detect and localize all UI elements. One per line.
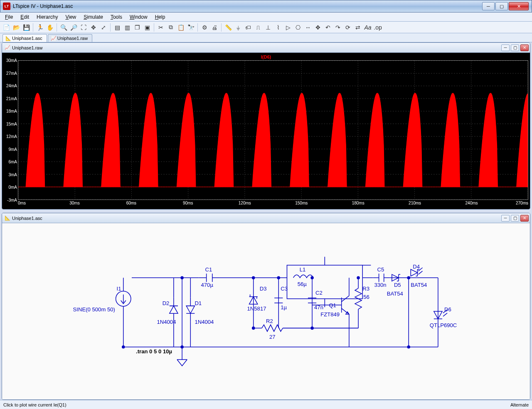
menu-simulate[interactable]: Simulate <box>80 13 106 21</box>
redo-icon[interactable]: ↷ <box>333 23 342 32</box>
cut-icon[interactable]: ✂ <box>156 23 165 32</box>
menu-help[interactable]: Help <box>152 13 169 21</box>
menu-tools[interactable]: Tools <box>107 13 126 21</box>
new-schematic-icon[interactable]: 📄 <box>2 23 11 32</box>
label-net-icon[interactable]: 🏷 <box>244 23 253 32</box>
print-setup-icon[interactable]: ⚙ <box>200 23 209 32</box>
close-subwin-icon[interactable]: ▣ <box>143 23 152 32</box>
ground-icon[interactable]: ⏚ <box>234 23 243 32</box>
undo-icon[interactable]: ↶ <box>323 23 332 32</box>
run-icon[interactable]: 🏃 <box>35 23 44 32</box>
zoom-extents-icon[interactable]: ⛶ <box>79 23 88 32</box>
wire-icon[interactable]: 📏 <box>224 23 233 32</box>
maximize-button[interactable]: ▢ <box>495 2 508 10</box>
tab-label: Uniphase1.raw <box>57 36 88 41</box>
resistor-icon[interactable]: ⎍ <box>254 23 263 32</box>
tab-strip: 📐 Uniphase1.asc 📈 Uniphase1.raw <box>0 33 532 42</box>
window-title: LTspice IV - Uniphase1.asc <box>13 3 482 9</box>
paste-icon[interactable]: 📋 <box>176 23 185 32</box>
spice-directive-icon[interactable]: .op <box>373 23 382 32</box>
window-titlebar: LT LTspice IV - Uniphase1.asc ─ ▢ ✕ <box>0 0 532 12</box>
close-button[interactable]: ✕ <box>509 2 529 10</box>
component-icon[interactable]: ⎔ <box>293 23 303 32</box>
tab-schematic[interactable]: 📐 Uniphase1.asc <box>2 34 47 42</box>
autorange-icon[interactable]: ⤢ <box>99 23 108 32</box>
menu-hierarchy[interactable]: Hierarchy <box>33 13 61 21</box>
tab-label: Uniphase1.asc <box>12 36 42 41</box>
diode-icon[interactable]: ▷ <box>283 23 293 32</box>
menu-bar: File Edit Hierarchy View Simulate Tools … <box>0 12 532 22</box>
app-logo: LT <box>3 2 10 10</box>
open-icon[interactable]: 📂 <box>12 23 21 32</box>
text-icon[interactable]: Aa <box>363 23 372 32</box>
zoom-back-icon[interactable]: 🔎 <box>69 23 78 32</box>
drag-icon[interactable]: ✥ <box>313 23 323 32</box>
copy-icon[interactable]: ⧉ <box>166 23 175 32</box>
rotate-icon[interactable]: ⟳ <box>343 23 352 32</box>
menu-edit[interactable]: Edit <box>17 13 32 21</box>
find-icon[interactable]: 🔭 <box>186 23 195 32</box>
cascade-icon[interactable]: ❐ <box>133 23 142 32</box>
mirror-icon[interactable]: ⇄ <box>353 23 362 32</box>
pan-icon[interactable]: ✥ <box>89 23 98 32</box>
menu-view[interactable]: View <box>62 13 79 21</box>
tab-waveform[interactable]: 📈 Uniphase1.raw <box>48 34 92 42</box>
schematic-tab-icon: 📐 <box>5 36 10 41</box>
inductor-icon[interactable]: ⌇ <box>273 23 283 32</box>
toolbar: 📄 📂 💾 🏃 ✋ 🔍 🔎 ⛶ ✥ ⤢ ▤ ▥ ❐ ▣ ✂ ⧉ 📋 🔭 ⚙ 🖨 … <box>0 22 532 33</box>
move-icon[interactable]: ↔ <box>303 23 313 32</box>
menu-window[interactable]: Window <box>126 13 151 21</box>
tile-vert-icon[interactable]: ▥ <box>123 23 132 32</box>
save-icon[interactable]: 💾 <box>22 23 31 32</box>
zoom-area-icon[interactable]: 🔍 <box>59 23 68 32</box>
tile-horiz-icon[interactable]: ▤ <box>113 23 122 32</box>
halt-icon[interactable]: ✋ <box>45 23 54 32</box>
print-icon[interactable]: 🖨 <box>210 23 219 32</box>
menu-file[interactable]: File <box>2 13 16 21</box>
minimize-button[interactable]: ─ <box>482 2 495 10</box>
waveform-tab-icon: 📈 <box>51 36 56 41</box>
capacitor-icon[interactable]: ⊥ <box>264 23 273 32</box>
